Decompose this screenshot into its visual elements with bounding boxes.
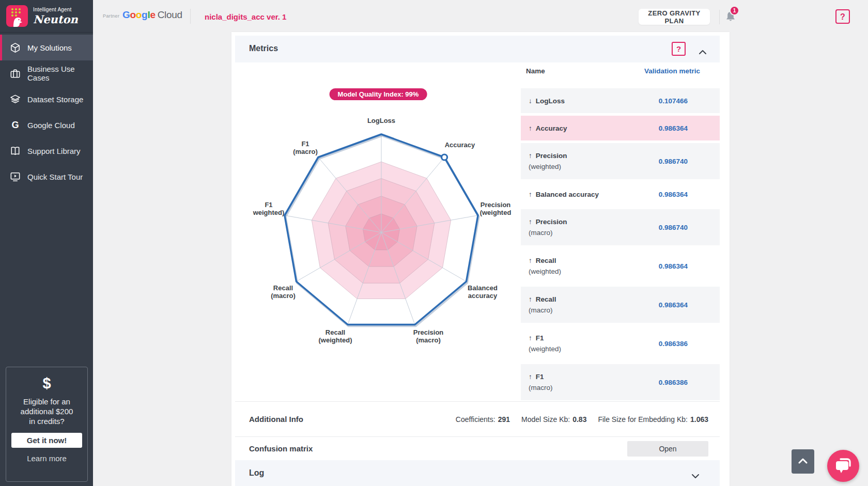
log-title: Log	[249, 468, 264, 478]
zero-gravity-plan-button[interactable]: ZERO GRAVITY PLAN	[639, 9, 710, 25]
info-stat: Model Size Kb:0.83	[521, 415, 586, 424]
metric-row[interactable]: ↑Accuracy0.986364	[521, 116, 720, 140]
sidebar: Intelligent Agent Neuton My SolutionsBus…	[0, 0, 93, 486]
partner-label: Partner	[103, 13, 119, 19]
radar-axis-label: Recall	[326, 328, 345, 336]
scroll-to-top-button[interactable]	[792, 449, 814, 474]
metric-name: ↑Precision(macro)	[529, 216, 567, 238]
metric-value: 0.107466	[659, 97, 688, 105]
topbar-divider	[190, 9, 191, 24]
sidebar-item-support-library[interactable]: Support Library	[0, 138, 93, 164]
info-stat: Coefficients:291	[456, 415, 510, 424]
radar-axis-label: F1	[265, 201, 272, 209]
metric-value: 0.986364	[659, 301, 688, 309]
notification-badge[interactable]: 1	[731, 7, 738, 14]
metric-value: 0.986740	[659, 158, 688, 165]
radar-axis-label: Recall	[273, 284, 293, 292]
sidebar-item-google-cloud[interactable]: GGoogle Cloud	[0, 112, 93, 138]
layers-icon	[9, 93, 21, 105]
brand-text: Intelligent Agent Neuton	[33, 7, 78, 25]
sidebar-item-business-use-cases[interactable]: Business Use Cases	[0, 60, 93, 86]
additional-info-stats: Coefficients:291Model Size Kb:0.83File S…	[456, 415, 720, 424]
topbar: Partner GoogleCloud nicla_digits_acc ver…	[93, 0, 868, 32]
metric-name: ↑Recall(weighted)	[529, 255, 561, 277]
model-quality-badge: Model Quality Index: 99%	[330, 88, 427, 100]
app-window: Intelligent Agent Neuton My SolutionsBus…	[0, 0, 868, 486]
dollar-icon: $	[6, 375, 87, 392]
brand-name: Neuton	[33, 14, 78, 25]
metric-row[interactable]: ↑F1(macro)0.986386	[521, 364, 720, 400]
table-header-name: Name	[526, 67, 545, 75]
additional-info-row: Additional Info Coefficients:291Model Si…	[235, 402, 720, 436]
promo-line: in credits?	[6, 416, 87, 426]
sidebar-item-my-solutions[interactable]: My Solutions	[0, 35, 93, 60]
radar-axis-label: Precision	[481, 201, 511, 209]
log-section-header[interactable]: Log	[235, 460, 720, 486]
table-header-validation-metric[interactable]: Validation metric	[644, 67, 700, 75]
brand: Intelligent Agent Neuton	[0, 0, 93, 33]
selected-metric-marker[interactable]	[442, 154, 447, 160]
metric-row[interactable]: ↑Recall(macro)0.986364	[521, 287, 720, 323]
metric-value: 0.986364	[659, 191, 688, 198]
chat-icon	[834, 457, 852, 475]
learn-more-link[interactable]: Learn more	[6, 454, 87, 463]
radar-axis-label: Balanced	[468, 284, 498, 292]
metric-name: ↑F1(macro)	[529, 371, 553, 393]
metric-row[interactable]: ↑F1(weighted)0.986386	[521, 325, 720, 362]
sidebar-item-dataset-storage[interactable]: Dataset Storage	[0, 86, 93, 112]
metric-row[interactable]: ↑Recall(weighted)0.986364	[521, 248, 720, 284]
open-confusion-matrix-button[interactable]: Open	[627, 441, 708, 457]
sidebar-item-label: Dataset Storage	[27, 95, 83, 104]
info-stat: File Size for Embedding Kb:1.063	[598, 415, 708, 424]
topbar-divider	[719, 10, 720, 24]
metrics-panel-header: Metrics ?	[235, 36, 720, 62]
metric-name: ↑Precision(weighted)	[529, 150, 567, 172]
metric-row[interactable]: ↓LogLoss0.107466	[521, 88, 720, 113]
cube-icon	[9, 41, 21, 54]
metric-name: ↓LogLoss	[529, 96, 565, 106]
metric-value: 0.986364	[659, 262, 688, 270]
help-button[interactable]: ?	[835, 9, 850, 24]
promo-card: $ Eligible for an additional $200 in cre…	[6, 367, 88, 482]
metric-row[interactable]: ↑Precision(weighted)0.986740	[521, 143, 720, 179]
google-logo-cloud: Cloud	[158, 9, 182, 20]
radar-axis-label: weighted)	[253, 209, 285, 216]
metric-name: ↑Recall(macro)	[529, 294, 556, 316]
metric-row[interactable]: ↑Balanced accuracy0.986364	[521, 182, 720, 207]
metrics-panel-title: Metrics	[249, 44, 278, 53]
confusion-matrix-title: Confusion matrix	[249, 444, 313, 453]
bird-logo-icon	[6, 5, 28, 27]
metric-value: 0.986386	[659, 340, 688, 348]
collapse-chevron-up-icon[interactable]	[698, 46, 707, 58]
svg-text:G: G	[11, 119, 19, 130]
radar-axis-label: Precision	[413, 328, 444, 336]
radar-axis-label: accuracy	[468, 292, 497, 300]
promo-line: Eligible for an	[6, 397, 87, 406]
promo-text: Eligible for an additional $200 in credi…	[6, 397, 87, 426]
radar-axis-label: Accuracy	[445, 141, 475, 149]
radar-axis-label: (macro)	[271, 292, 296, 300]
expand-chevron-down-icon[interactable]	[691, 471, 700, 482]
arrow-up-icon: ↑	[529, 257, 532, 264]
google-cloud-logo: GoogleCloud	[122, 9, 182, 21]
radar-axis-label: (macro)	[416, 336, 441, 344]
arrow-up-icon: ↑	[529, 124, 532, 132]
chat-button[interactable]	[827, 450, 859, 482]
metrics-table-rows: ↓LogLoss0.107466↑Accuracy0.986364↑Precis…	[521, 88, 720, 403]
get-it-now-button[interactable]: Get it now!	[11, 433, 82, 448]
google-logo-colored: Google	[122, 9, 156, 20]
radar-axis-label: (macro)	[293, 148, 318, 155]
metrics-help-button[interactable]: ?	[672, 42, 686, 56]
metric-value: 0.986740	[659, 224, 688, 231]
sidebar-nav: My SolutionsBusiness Use CasesDataset St…	[0, 35, 93, 190]
arrow-up-icon: ↑	[529, 191, 532, 198]
confusion-matrix-row: Confusion matrix Open	[235, 437, 720, 460]
metric-row[interactable]: ↑Precision(macro)0.986740	[521, 209, 720, 245]
book-icon	[9, 145, 21, 157]
metric-value: 0.986364	[659, 124, 688, 132]
sidebar-item-label: Support Library	[27, 147, 81, 155]
arrow-up-icon: ↑	[529, 218, 532, 226]
briefcase-icon	[9, 67, 21, 80]
metric-name: ↑Balanced accuracy	[529, 189, 599, 200]
sidebar-item-quick-start-tour[interactable]: Quick Start Tour	[0, 164, 93, 190]
